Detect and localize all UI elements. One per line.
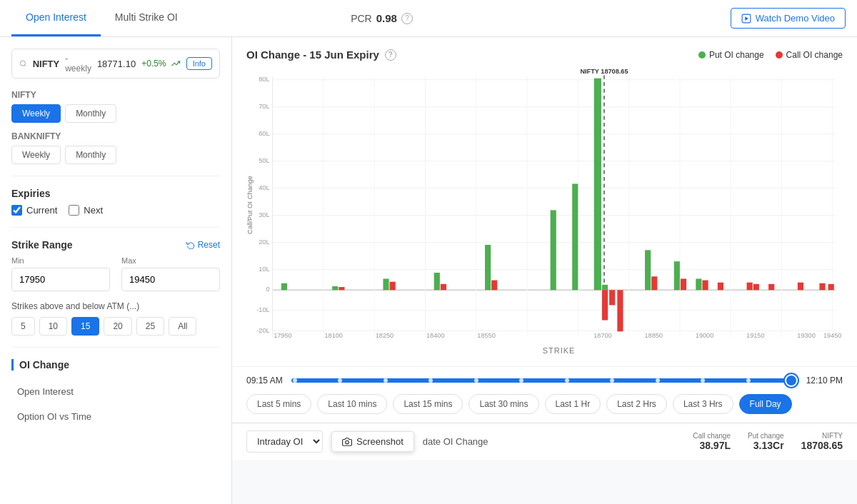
svg-marker-1 — [745, 16, 748, 21]
svg-rect-64 — [768, 284, 774, 290]
timeline-dot — [565, 378, 569, 383]
timeline-dot — [384, 378, 388, 383]
svg-point-2 — [20, 61, 25, 66]
min-input[interactable] — [11, 268, 110, 291]
screenshot-label: Screenshot — [356, 436, 404, 447]
svg-text:80L: 80L — [259, 76, 269, 83]
oi-menu-item[interactable]: Open Interest — [11, 379, 220, 404]
time-filter-btn[interactable]: Last 1 Hr — [545, 394, 601, 414]
max-input[interactable] — [121, 268, 220, 291]
svg-text:18400: 18400 — [426, 332, 444, 339]
current-expiry-checkbox[interactable]: Current — [11, 205, 57, 216]
svg-text:19450: 19450 — [823, 332, 841, 339]
bottom-bar: Intraday OI Screenshot date OI Change Ca… — [232, 423, 857, 460]
timeline-dot — [428, 378, 433, 383]
put-change-stat: Put change 3.13Cr — [748, 432, 784, 451]
svg-text:60L: 60L — [259, 130, 269, 137]
pcr-value: 0.98 — [376, 12, 397, 24]
svg-rect-58 — [681, 278, 686, 290]
time-filter-btn[interactable]: Last 10 mins — [317, 394, 387, 414]
svg-text:Call/Put OI Change: Call/Put OI Change — [246, 176, 254, 234]
next-expiry-checkbox[interactable]: Next — [69, 205, 103, 216]
svg-rect-47 — [441, 284, 446, 290]
screenshot-button[interactable]: Screenshot — [331, 431, 414, 452]
intraday-select[interactable]: Intraday OI — [246, 430, 323, 453]
banknifty-weekly-btn[interactable]: Weekly — [11, 146, 61, 164]
timeline-dot — [474, 378, 478, 383]
oi-change-section: OI Change Open InterestOption OI vs Time — [11, 359, 220, 429]
svg-line-3 — [24, 65, 26, 66]
oi-change-title: OI Change — [11, 359, 220, 371]
svg-rect-57 — [674, 261, 680, 290]
svg-text:NIFTY 18708.65: NIFTY 18708.65 — [580, 69, 628, 75]
time-start-label: 09:15 AM — [246, 376, 283, 385]
pcr-display: PCR 0.98 ? — [351, 12, 413, 24]
main-content: OI Change - 15 Jun Expiry ? Put OI chang… — [232, 37, 857, 504]
range-inputs: Min Max — [11, 256, 220, 291]
timeline-section: 09:15 AM — [232, 366, 857, 423]
call-legend-label: Call OI change — [786, 50, 843, 60]
watch-demo-button[interactable]: Watch Demo Video — [731, 8, 846, 29]
call-change-value: 38.97L — [693, 440, 731, 451]
svg-rect-54 — [551, 210, 556, 290]
tab-open-interest[interactable]: Open Interest — [11, 0, 101, 36]
strike-btn-25[interactable]: 25 — [136, 317, 164, 336]
time-filter-btn[interactable]: Last 5 mins — [246, 394, 311, 414]
strike-btn-20[interactable]: 20 — [104, 317, 131, 336]
svg-rect-56 — [651, 276, 657, 290]
strikes-atm-label: Strikes above and below ATM (...) — [11, 301, 220, 311]
timeline-dot — [701, 378, 705, 383]
timeline-dot — [656, 378, 660, 383]
strike-btn-5[interactable]: 5 — [11, 317, 35, 336]
info-button[interactable]: Info — [186, 57, 212, 70]
chart-info-icon[interactable]: ? — [385, 49, 396, 61]
strike-btn-10[interactable]: 10 — [39, 317, 67, 336]
sidebar: NIFTY - weekly 18771.10 +0.5% Info NIFTY… — [0, 37, 232, 504]
time-filter-btn[interactable]: Last 15 mins — [393, 394, 463, 414]
pcr-info-icon[interactable]: ? — [401, 13, 413, 24]
svg-rect-51 — [602, 285, 608, 290]
play-icon — [741, 14, 751, 24]
svg-text:18850: 18850 — [645, 332, 663, 339]
reset-button[interactable]: Reset — [186, 240, 220, 250]
strike-btn-all[interactable]: All — [169, 317, 196, 336]
divider-3 — [11, 347, 220, 348]
chart-header: OI Change - 15 Jun Expiry ? Put OI chang… — [246, 49, 843, 61]
time-filter-btn[interactable]: Last 2 Hrs — [606, 394, 667, 414]
put-change-value: 3.13Cr — [748, 440, 784, 451]
svg-text:19000: 19000 — [696, 332, 713, 339]
put-legend-label: Put OI change — [709, 50, 764, 60]
nifty-monthly-btn[interactable]: Monthly — [65, 104, 116, 123]
tab-multi-strike[interactable]: Multi Strike OI — [101, 0, 192, 36]
max-label: Max — [121, 256, 220, 265]
svg-rect-43 — [339, 287, 344, 290]
strike-range-header: Strike Range Reset — [11, 239, 220, 251]
svg-rect-60 — [702, 281, 708, 291]
svg-rect-46 — [434, 273, 440, 290]
svg-rect-67 — [828, 284, 834, 290]
svg-rect-52 — [609, 290, 615, 305]
svg-rect-45 — [390, 282, 396, 291]
reset-icon — [186, 241, 195, 249]
search-bar[interactable]: NIFTY - weekly 18771.10 +0.5% Info — [11, 49, 220, 79]
svg-rect-50 — [594, 79, 601, 291]
nifty-weekly-btn[interactable]: Weekly — [11, 104, 61, 123]
time-filter-btn[interactable]: Last 30 mins — [468, 394, 538, 414]
banknifty-monthly-btn[interactable]: Monthly — [65, 146, 116, 164]
timeline-track[interactable] — [291, 378, 798, 383]
ticker-price: 18771.10 — [97, 59, 136, 69]
strike-btn-15[interactable]: 15 — [71, 317, 99, 336]
svg-text:50L: 50L — [259, 157, 269, 164]
oi-menu-item[interactable]: Option OI vs Time — [11, 404, 220, 429]
svg-point-81 — [346, 440, 349, 444]
divider-2 — [11, 227, 220, 228]
banknifty-period-btns: Weekly Monthly — [11, 146, 220, 164]
timeline-dot — [293, 378, 297, 383]
timeline-thumb[interactable] — [785, 374, 798, 387]
ticker-suffix: - weekly — [65, 54, 91, 74]
time-filter-btn[interactable]: Full Day — [739, 394, 792, 414]
nav-tabs: Open Interest Multi Strike OI — [11, 0, 192, 36]
svg-text:19150: 19150 — [746, 332, 764, 339]
time-filter-btn[interactable]: Last 3 Hrs — [673, 394, 733, 414]
svg-text:18100: 18100 — [324, 332, 342, 339]
